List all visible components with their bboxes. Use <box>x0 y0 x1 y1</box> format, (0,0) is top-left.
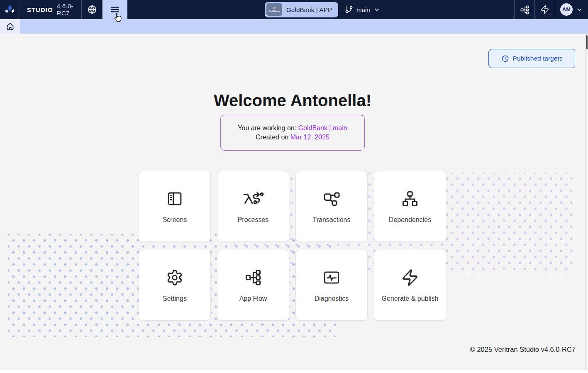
transactions-icon <box>322 190 341 207</box>
app-selector-label: GoldBank | APP <box>286 6 332 13</box>
dependencies-icon <box>401 190 419 207</box>
chevron-down-icon <box>576 6 583 13</box>
veritran-logo[interactable] <box>0 0 20 19</box>
app-selector[interactable]: ♛ GoldBank GoldBank | APP <box>265 2 338 17</box>
brand-name: STUDIO <box>27 6 53 13</box>
screens-icon <box>166 190 183 207</box>
card-diagnostics[interactable]: Diagnostics <box>295 250 368 321</box>
goldbank-logo: ♛ GoldBank <box>266 3 282 16</box>
topbar-center: ♛ GoldBank GoldBank | APP main <box>265 0 381 19</box>
language-globe-button[interactable] <box>82 0 102 19</box>
diagnostics-icon <box>322 269 341 286</box>
hamburger-menu-icon <box>110 4 120 15</box>
working-on-line: You are working on: GoldBank | main <box>238 124 347 132</box>
page-title: Welcome Antonella! <box>0 91 585 110</box>
top-navbar: STUDIO 4.6.0-RC7 ♛ GoldBank GoldBank | A… <box>0 0 588 19</box>
topbar-right: AM <box>514 0 588 19</box>
card-label: App Flow <box>239 295 267 302</box>
created-on-prefix: Created on <box>256 134 290 141</box>
app-flow-icon <box>244 269 262 286</box>
branch-selector[interactable]: main <box>345 5 381 14</box>
home-icon <box>6 22 15 31</box>
published-targets-button[interactable]: Published targets <box>488 49 575 68</box>
card-dependencies[interactable]: Dependencies <box>374 171 446 242</box>
window-bottom-edge <box>0 370 588 373</box>
card-label: Settings <box>163 295 187 302</box>
copyright-note: © 2025 Veritran Studio v4.6.0-RC7 <box>470 346 576 353</box>
globe-icon <box>87 5 97 15</box>
scrollbar-thumb[interactable] <box>586 35 588 49</box>
card-app-flow[interactable]: App Flow <box>217 250 289 321</box>
card-screens[interactable]: Screens <box>139 171 211 242</box>
published-targets-label: Published targets <box>513 55 563 62</box>
clock-icon <box>501 55 509 63</box>
hierarchy-icon <box>520 5 529 15</box>
created-date: Mar 12, 2025 <box>290 134 329 141</box>
brand-area: STUDIO 4.6.0-RC7 <box>20 0 81 19</box>
feature-card-grid: ScreensProcessesTransactionsDependencies… <box>139 171 446 321</box>
processes-icon <box>241 190 266 207</box>
quick-actions-button[interactable] <box>535 0 555 19</box>
card-label: Diagnostics <box>315 295 349 302</box>
app-window: STUDIO 4.6.0-RC7 ♛ GoldBank GoldBank | A… <box>0 0 588 373</box>
card-label: Generate & publish <box>382 295 439 302</box>
git-branch-icon <box>345 5 353 14</box>
card-generate-publish[interactable]: Generate & publish <box>374 250 446 321</box>
card-label: Dependencies <box>389 216 431 224</box>
working-on-box: You are working on: GoldBank | main Crea… <box>220 115 365 151</box>
project-link[interactable]: GoldBank | main <box>298 124 347 132</box>
avatar[interactable]: AM <box>560 3 573 16</box>
tab-bar <box>0 19 588 34</box>
card-transactions[interactable]: Transactions <box>295 171 368 242</box>
goldbank-logo-text: GoldBank <box>268 10 280 13</box>
card-label: Processes <box>238 216 269 224</box>
card-processes[interactable]: Processes <box>217 171 289 242</box>
environments-button[interactable] <box>515 0 534 19</box>
card-label: Transactions <box>313 216 351 224</box>
brand-version: 4.6.0-RC7 <box>57 2 81 17</box>
main-menu-button[interactable] <box>102 0 127 19</box>
chevron-down-icon <box>373 6 381 13</box>
home-tab[interactable] <box>0 19 20 34</box>
branch-label: main <box>356 6 370 13</box>
zap-icon <box>540 5 549 14</box>
card-label: Screens <box>163 216 187 224</box>
vertical-scrollbar[interactable] <box>586 34 588 370</box>
working-on-prefix: You are working on: <box>238 124 298 132</box>
crown-icon: ♛ <box>273 6 276 10</box>
veritran-logo-icon <box>4 4 15 15</box>
card-settings[interactable]: Settings <box>139 250 211 321</box>
created-on-line: Created on Mar 12, 2025 <box>256 134 329 141</box>
user-menu[interactable]: AM <box>555 0 588 19</box>
generate-publish-icon <box>401 269 419 286</box>
settings-icon <box>166 269 183 286</box>
